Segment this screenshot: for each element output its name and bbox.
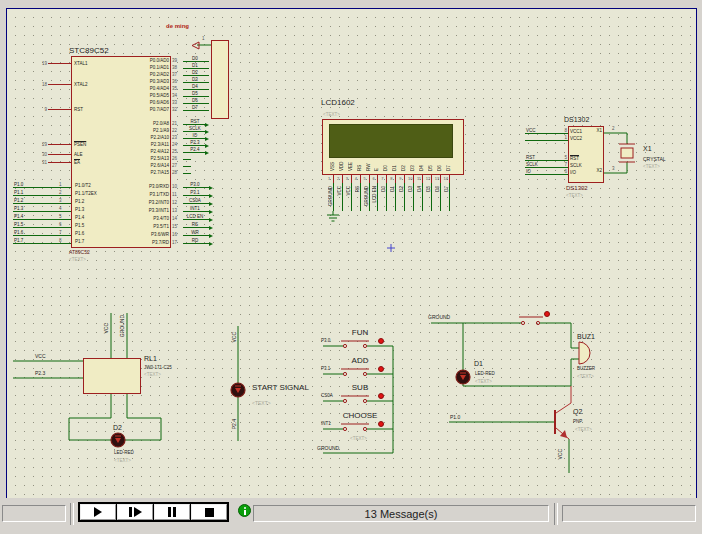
pin-number: 7 [564, 162, 567, 167]
wire [333, 183, 334, 211]
play-button[interactable] [80, 504, 116, 520]
pin-number: 1 [564, 135, 567, 140]
wire-label: D7 [444, 186, 449, 192]
transistor-text-placeholder: <TEXT> [575, 427, 592, 432]
step-button[interactable] [117, 504, 153, 520]
button-actuator[interactable] [378, 393, 384, 399]
pause-icon [173, 507, 176, 517]
pin-number: 8 [59, 238, 62, 243]
button-actuator[interactable] [544, 311, 550, 317]
mcu-pin-row[interactable]: P2.7/A15 28 [101, 169, 225, 176]
info-icon[interactable] [238, 504, 251, 517]
wire [183, 211, 209, 212]
wire-label: D5 [185, 91, 205, 96]
pin-number: 9 [37, 107, 47, 112]
mcu-pin-row[interactable]: P0.2/AD2 37 D2 4 [101, 71, 225, 78]
pin-name: P3.2/INT0 [101, 200, 169, 205]
mcu-pin-row[interactable]: P0.5/AD5 34 D5 7 [101, 92, 225, 99]
wire-arrow-icon [209, 234, 213, 238]
wire-label: RST [185, 119, 205, 124]
wire [183, 235, 209, 236]
mcu-pin-row[interactable]: P3.6/WR 16 WR [101, 230, 225, 238]
mcu-pin-row[interactable]: P0.4/AD4 35 D4 6 [101, 85, 225, 92]
schematic-canvas[interactable]: de ming STC89C52 19 XTAL1 18 XTAL2 9 RST [6, 8, 697, 499]
crystal-text-placeholder: <TEXT> [643, 164, 660, 169]
wire-label: P1.0 [14, 182, 23, 187]
wire-arrow-icon [209, 186, 213, 190]
pin-number: 27 [172, 163, 177, 168]
mcu-pin-row[interactable]: P2.3/A11 24 P2.3 [101, 141, 225, 148]
mcu-p2-pins: P2.0/A8 21 RST P2.1/A9 22 SCLK P2.2/A10 … [101, 120, 225, 176]
pin-name: P3.1/TXD [101, 192, 169, 197]
d1-ground-label: GROUND [428, 314, 450, 320]
mcu-pin-row[interactable]: P2.6/A14 27 [101, 162, 225, 169]
mcu-pin-row[interactable]: P3.7/RD 17 RD [101, 238, 225, 246]
wire-arrow-icon [205, 144, 209, 148]
relay-wire-top-vcc: VCC [103, 323, 109, 334]
wire [183, 243, 209, 244]
mcu-pin-row[interactable]: P3.1/TXD 11 P3.1 [101, 190, 225, 198]
rtc-pin-row[interactable]: VCC 8 [525, 129, 568, 136]
mcu-pin-row[interactable]: P3.3/INT1 13 INT1 [101, 206, 225, 214]
pin-name: P3.3/INT1 [101, 208, 169, 213]
mcu-pin-row[interactable]: P2.2/A10 23 IO [101, 134, 225, 141]
mcu-pin-row[interactable]: P0.6/AD6 33 D6 8 [101, 99, 225, 106]
transistor-base-wire-label: P1.0 [450, 414, 460, 420]
rtc-pin-row[interactable]: 1 [525, 136, 568, 143]
pin-number: 6 [372, 176, 374, 181]
wire [183, 124, 205, 125]
mcu-pin-row[interactable]: P3.5/T1 15 RS [101, 222, 225, 230]
relay-body[interactable] [83, 358, 141, 394]
mcu-pin-row[interactable]: P2.4/A12 25 P2.4 [101, 148, 225, 155]
pin-number: 28 [172, 170, 177, 175]
led-d1-text-placeholder: <TEXT> [475, 379, 492, 384]
wire-arrow-icon [209, 202, 213, 206]
pin-number: 26 [172, 156, 177, 161]
wire [183, 152, 205, 153]
wire [13, 235, 71, 236]
pin-number: 39 [172, 58, 177, 63]
pin-name: D2 [401, 139, 406, 171]
mcu-pin-row[interactable]: P0.1/AD1 38 D1 3 [101, 64, 225, 71]
wire-label: P3.0 [185, 182, 205, 187]
pin-number: 17 [172, 240, 177, 245]
wire-label: RS [185, 222, 205, 227]
status-bar: 13 Message(s) [0, 498, 702, 534]
mcu-pin-row[interactable]: P0.7/AD7 32 D7 9 [101, 106, 225, 113]
button-actuator[interactable] [378, 366, 384, 372]
mcu-pin-row[interactable]: P0.3/AD3 36 D3 5 [101, 78, 225, 85]
mcu-pin-row[interactable]: P3.2/INT0 12 CS0A [101, 198, 225, 206]
connector-body[interactable] [211, 40, 229, 119]
mcu-pin-row[interactable]: P2.0/A8 21 RST [101, 120, 225, 127]
pin-number: 13 [435, 176, 439, 181]
pin-name: VDD [339, 139, 344, 171]
pin-name: EA [74, 160, 80, 165]
mcu-pin-row[interactable]: P2.5/A13 26 [101, 155, 225, 162]
pin-stub [351, 175, 352, 183]
mcu-pin-row[interactable]: P0.0/AD0 39 D0 2 [101, 57, 225, 64]
pin-name: PSEN [74, 142, 86, 147]
mcu-pin-row[interactable]: P2.1/A9 22 SCLK [101, 127, 225, 134]
wire-label: LCD EN [185, 214, 205, 219]
wire-label: P3.1 [321, 366, 330, 371]
annotation-de-ming: de ming [166, 23, 189, 29]
wire-label: RS [355, 186, 360, 192]
wire-label: VCC [526, 128, 536, 133]
button-actuator[interactable] [378, 421, 384, 427]
pin-number: 36 [172, 79, 177, 84]
lcd-pin-column[interactable]: D7 14 D7 [445, 137, 454, 223]
pin-name: P0.5/AD5 [101, 93, 169, 98]
rtc-pin-row[interactable]: IO 6 [525, 170, 568, 177]
pin-number: 14 [444, 176, 448, 181]
pin-number: 8 [564, 128, 567, 133]
mcu-pin-row[interactable]: P3.4/T0 14 LCD EN [101, 214, 225, 222]
relay-ref: RL1 [144, 355, 157, 362]
stop-button[interactable] [191, 504, 227, 520]
pin-name: P0.3/AD3 [101, 79, 169, 84]
rtc-pin-row[interactable]: SCLK 7 [525, 163, 568, 170]
wire-label: D5 [426, 186, 431, 192]
mcu-pin-row[interactable]: P3.0/RXD 10 P3.0 [101, 182, 225, 190]
pause-button[interactable] [154, 504, 190, 520]
button-actuator[interactable] [378, 338, 384, 344]
stop-icon [205, 508, 214, 517]
